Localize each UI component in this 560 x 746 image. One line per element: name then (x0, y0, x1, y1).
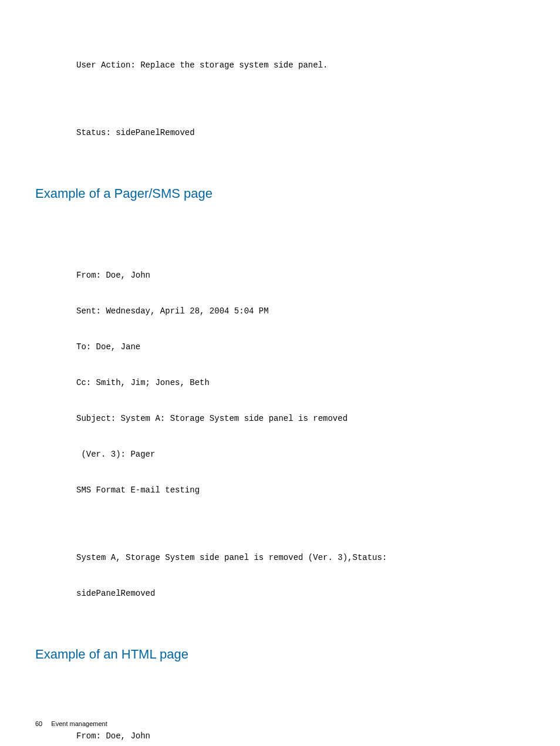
code-line: sidePanelRemoved (76, 588, 525, 599)
footer-section: Event management (51, 720, 107, 727)
heading-html-page: Example of an HTML page (35, 647, 560, 662)
code-line: From: Doe, John (76, 269, 525, 281)
code-line: Cc: Smith, Jim; Jones, Beth (76, 377, 525, 389)
code-line: (Ver. 3): Pager (76, 448, 525, 460)
code-line: Subject: System A: Storage System side p… (76, 413, 525, 424)
code-line: To: Doe, Jane (76, 341, 525, 353)
code-line: Status: sidePanelRemoved (76, 127, 525, 139)
page-number: 60 (35, 720, 42, 727)
code-line: SMS Format E-mail testing (76, 484, 525, 496)
pager-code-block: From: Doe, John Sent: Wednesday, April 2… (76, 246, 525, 612)
code-line: User Action: Replace the storage system … (76, 59, 525, 71)
code-line: System A, Storage System side panel is r… (76, 552, 525, 563)
top-code-block: User Action: Replace the storage system … (76, 35, 525, 151)
code-line: Sent: Wednesday, April 28, 2004 5:04 PM (76, 305, 525, 317)
html-code-block: From: Doe, John Sent: Wednesday, April 2… (76, 707, 525, 746)
page-footer: 60 Event management (35, 720, 107, 727)
heading-pager-sms: Example of a Pager/SMS page (35, 186, 560, 201)
code-line: From: Doe, John (76, 730, 525, 742)
